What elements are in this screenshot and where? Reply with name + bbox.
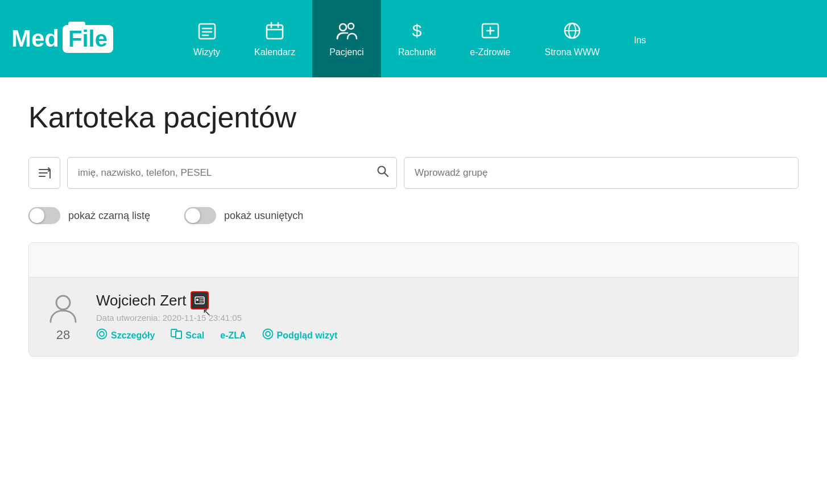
- svg-rect-32: [176, 331, 181, 338]
- search-wrap: [67, 157, 397, 189]
- patient-name: Wojciech Zert: [96, 292, 186, 309]
- svg-point-23: [56, 296, 70, 309]
- szczegoly-label: Szczegóły: [111, 331, 155, 341]
- svg-line-22: [384, 173, 388, 176]
- nav-item-kalendarz[interactable]: Kalendarz: [237, 0, 312, 77]
- kalendarz-label: Kalendarz: [254, 47, 295, 57]
- ezdrowie-label: e-Zdrowie: [470, 47, 510, 57]
- scal-label: Scal: [185, 331, 204, 341]
- scal-icon: [171, 328, 182, 342]
- pacjenci-icon: [335, 20, 358, 44]
- logo-med: Med: [11, 25, 59, 52]
- action-scal[interactable]: Scal: [171, 328, 204, 342]
- page-title: Kartoteka pacjentów: [28, 100, 799, 134]
- patient-date: Data utworzenia: 2020-11-15 23:41:05: [96, 313, 781, 323]
- nav-item-ins[interactable]: Ins: [617, 0, 663, 77]
- svg-point-25: [196, 299, 199, 301]
- patient-avatar: 28: [46, 291, 80, 342]
- wizyty-label: Wizyty: [193, 47, 220, 57]
- deleted-label: pokaż usuniętych: [224, 210, 303, 222]
- table-row: 28 Wojciech Zert: [29, 277, 798, 356]
- pacjenci-label: Pacjenci: [329, 47, 363, 57]
- nav-item-wizyty[interactable]: Wizyty: [176, 0, 237, 77]
- search-button[interactable]: [377, 165, 389, 181]
- svg-point-30: [100, 332, 104, 336]
- podglad-icon: [262, 328, 274, 342]
- patient-list: 28 Wojciech Zert: [28, 242, 799, 357]
- svg-rect-4: [267, 25, 283, 39]
- wizyty-icon: [197, 20, 217, 44]
- logo[interactable]: Med File: [11, 25, 113, 53]
- patient-id-icon[interactable]: [191, 291, 209, 309]
- logo-file: File: [63, 25, 113, 53]
- sort-button[interactable]: [28, 157, 60, 189]
- rachunki-icon: $: [407, 20, 427, 44]
- patient-list-header: [29, 243, 798, 277]
- header: Med File Wizyty: [0, 0, 827, 77]
- szczegoly-icon: [96, 328, 107, 342]
- nav-item-rachunki[interactable]: $ Rachunki: [381, 0, 453, 77]
- toggles-row: pokaż czarną listę pokaż usuniętych: [28, 207, 799, 224]
- nav-item-strona-www[interactable]: Strona WWW: [527, 0, 617, 77]
- deleted-toggle[interactable]: [184, 207, 216, 224]
- ins-label: Ins: [634, 35, 646, 46]
- svg-point-8: [340, 24, 346, 31]
- podglad-label: Podgląd wizyt: [277, 331, 338, 341]
- search-input[interactable]: [67, 157, 397, 189]
- deleted-toggle-item: pokaż usuniętych: [184, 207, 303, 224]
- svg-point-34: [263, 329, 272, 339]
- svg-point-29: [97, 329, 107, 339]
- patient-info: Wojciech Zert Data utworzenia: 2020-11-: [96, 291, 781, 342]
- group-input[interactable]: [404, 157, 799, 189]
- blacklist-toggle[interactable]: [28, 207, 60, 224]
- strona-www-icon: [562, 20, 582, 44]
- patient-actions: Szczegóły Scal: [96, 328, 781, 342]
- kalendarz-icon: [264, 20, 285, 44]
- logo-area: Med File: [11, 25, 159, 53]
- strona-www-label: Strona WWW: [544, 47, 599, 57]
- nav-item-ezdrowie[interactable]: e-Zdrowie: [453, 0, 527, 77]
- blacklist-label: pokaż czarną listę: [68, 210, 150, 222]
- main-nav: Wizyty Kalendarz: [176, 0, 816, 77]
- action-podglad[interactable]: Podgląd wizyt: [262, 328, 338, 342]
- blacklist-toggle-item: pokaż czarną listę: [28, 207, 150, 224]
- svg-point-9: [348, 23, 354, 29]
- nav-item-pacjenci[interactable]: Pacjenci: [312, 0, 381, 77]
- ezla-label: e-ZLA: [220, 331, 246, 341]
- ezdrowie-icon: [480, 20, 501, 44]
- svg-text:$: $: [412, 21, 422, 40]
- main-content: Kartoteka pacjentów: [0, 77, 827, 504]
- action-szczegoly[interactable]: Szczegóły: [96, 328, 155, 342]
- patient-age: 28: [56, 328, 70, 342]
- search-row: [28, 157, 799, 189]
- svg-point-35: [266, 332, 270, 336]
- patient-name-row: Wojciech Zert: [96, 291, 781, 309]
- action-ezla[interactable]: e-ZLA: [220, 331, 246, 341]
- rachunki-label: Rachunki: [398, 47, 436, 57]
